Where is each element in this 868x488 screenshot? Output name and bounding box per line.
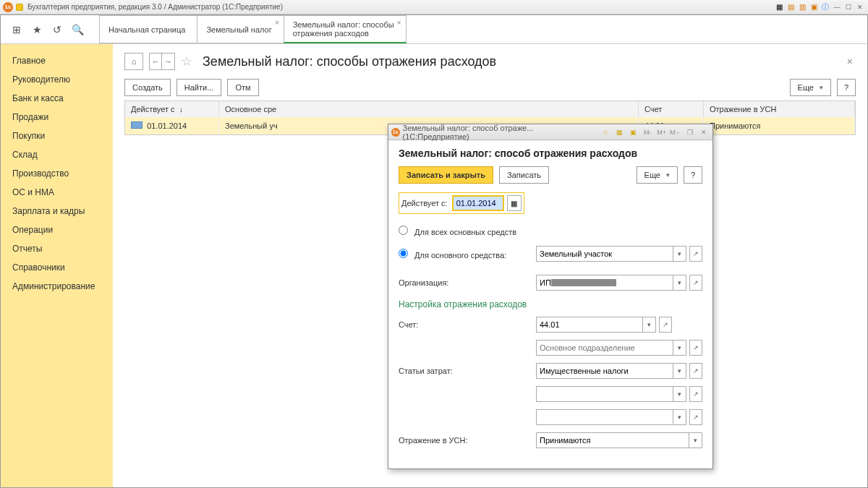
open-ref-icon[interactable]: ↗ — [659, 317, 672, 333]
save-button[interactable]: Записать — [499, 166, 549, 184]
open-ref-icon[interactable]: ↗ — [689, 386, 702, 402]
history-icon[interactable]: ↺ — [51, 24, 63, 35]
calendar-picker-icon[interactable]: ▦ — [507, 195, 522, 211]
calendar-icon[interactable]: ▥ — [797, 2, 807, 12]
sidebar-item[interactable]: Отчеты — [1, 239, 113, 258]
sidebar-item[interactable]: Главное — [1, 51, 113, 70]
dropdown-icon[interactable]: ▾ — [673, 409, 686, 425]
dropdown-icon[interactable]: ▾ — [673, 363, 686, 379]
dropdown-icon[interactable]: ▾ — [673, 275, 686, 291]
sidebar-item[interactable]: Покупки — [1, 127, 113, 145]
sidebar-item[interactable]: Склад — [1, 145, 113, 164]
more-button[interactable]: Еще — [790, 79, 831, 96]
favorite-icon[interactable]: ☆ — [181, 53, 192, 69]
cancel-find-button[interactable]: Отм — [227, 79, 258, 96]
edit-dialog: 1c Земельный налог: способ отраже... (1С… — [388, 124, 713, 469]
home-button[interactable]: ⌂ — [124, 53, 143, 70]
m-plus-icon[interactable]: M+ — [656, 127, 667, 137]
forward-button[interactable]: → — [162, 53, 175, 70]
cost-item-label: Статьи затрат: — [399, 367, 536, 375]
page-title: Земельный налог: способы отражения расхо… — [203, 54, 496, 69]
maximize-button[interactable]: ☐ — [843, 2, 854, 12]
dialog-more-button[interactable]: Еще — [637, 166, 678, 184]
sidebar-item[interactable]: Продажи — [1, 108, 113, 127]
calendar-icon[interactable]: ▣ — [628, 127, 639, 137]
help-button[interactable]: ? — [837, 79, 856, 96]
account-label: Счет: — [399, 320, 536, 329]
dialog-help-button[interactable]: ? — [684, 166, 702, 184]
panel-icon[interactable]: ▦ — [774, 2, 784, 12]
dropdown-icon[interactable]: ▾ — [673, 340, 686, 356]
sidebar-item[interactable]: Справочники — [1, 258, 113, 277]
close-page-button[interactable]: × — [844, 53, 856, 70]
star-icon[interactable]: ★ — [31, 24, 43, 35]
create-button[interactable]: Создать — [124, 79, 171, 96]
open-ref-icon[interactable]: ↗ — [689, 275, 702, 291]
window-titlebar: 1c Бухгалтерия предприятия, редакция 3.0… — [0, 0, 868, 14]
sidebar-item[interactable]: Администрирование — [1, 277, 113, 296]
sidebar-item[interactable]: Банк и касса — [1, 89, 113, 108]
close-icon[interactable]: × — [275, 19, 279, 27]
open-ref-icon[interactable]: ↗ — [689, 340, 702, 356]
app-logo-icon: 1c — [391, 128, 400, 137]
m-minus-icon[interactable]: M- — [642, 127, 653, 137]
sidebar-item[interactable]: Зарплата и кадры — [1, 202, 113, 221]
close-icon[interactable]: × — [397, 19, 401, 27]
dropdown-icon[interactable]: ▾ — [673, 386, 686, 402]
tab-start-page[interactable]: Начальная страница — [99, 15, 197, 43]
sort-down-icon: ↓ — [179, 105, 184, 114]
cost-item-input[interactable] — [536, 363, 673, 379]
sidebar-item[interactable]: ОС и НМА — [1, 183, 113, 202]
info-icon[interactable]: ⓘ — [820, 2, 830, 12]
extra-input-2[interactable] — [536, 409, 673, 425]
sidebar-item[interactable]: Операции — [1, 221, 113, 239]
asset-input[interactable] — [536, 246, 673, 262]
dropdown-icon[interactable]: ▾ — [673, 246, 686, 262]
card-icon — [131, 121, 142, 129]
col-usn[interactable]: Отражение в УСН — [704, 101, 855, 117]
radio-single-asset[interactable]: Для основного средства: — [399, 249, 536, 260]
save-and-close-button[interactable]: Записать и закрыть — [399, 166, 493, 184]
minimize-button[interactable]: — — [832, 2, 842, 12]
extra-input-1[interactable] — [536, 386, 673, 402]
department-input[interactable] — [536, 340, 673, 356]
menu-trigger-icon[interactable] — [16, 4, 23, 11]
dialog-close-button[interactable]: ✕ — [699, 127, 710, 137]
apps-icon[interactable]: ⊞ — [11, 24, 22, 35]
dialog-title: Земельный налог: способ отражения расход… — [399, 147, 702, 159]
col-date[interactable]: Действует с ↓ — [125, 101, 219, 117]
effective-from-label: Действует с: — [401, 199, 448, 207]
back-button[interactable]: ← — [149, 53, 162, 70]
effective-from-input[interactable] — [452, 195, 504, 211]
open-ref-icon[interactable]: ↗ — [689, 363, 702, 379]
org-label: Организация: — [399, 278, 536, 287]
redacted-name — [551, 279, 616, 286]
open-ref-icon[interactable]: ↗ — [689, 246, 702, 262]
open-ref-icon[interactable]: ↗ — [689, 409, 702, 425]
grid-icon[interactable]: ▤ — [786, 2, 796, 12]
sidebar-item[interactable]: Производство — [1, 164, 113, 183]
close-button[interactable]: ✕ — [855, 2, 865, 12]
search-icon[interactable]: 🔍 — [72, 24, 83, 35]
col-acct[interactable]: Счет — [639, 101, 704, 117]
usn-label: Отражение в УСН: — [399, 436, 536, 445]
m-back-icon[interactable]: M← — [670, 127, 681, 137]
find-button[interactable]: Найти... — [176, 79, 222, 96]
col-asset[interactable]: Основное сре — [219, 101, 639, 117]
nav-sidebar: Главное Руководителю Банк и касса Продаж… — [1, 44, 113, 487]
radio-all-assets[interactable]: Для всех основных средств — [399, 226, 529, 236]
dropdown-icon[interactable]: ▾ — [689, 432, 702, 448]
calculator-icon[interactable]: ▣ — [809, 2, 819, 12]
grid-icon[interactable]: ▦ — [614, 127, 625, 137]
fav-icon[interactable]: ☆ — [600, 127, 611, 137]
tab-land-tax-expenses[interactable]: Земельный налог: способыотражения расход… — [284, 15, 407, 43]
sidebar-item[interactable]: Руководителю — [1, 70, 113, 89]
usn-input[interactable] — [536, 432, 689, 448]
dialog-frame-button[interactable]: ❐ — [684, 127, 695, 137]
dropdown-icon[interactable]: ▾ — [643, 317, 656, 333]
account-input[interactable] — [536, 317, 643, 333]
top-toolbar: ⊞ ★ ↺ 🔍 Начальная страница Земельный нал… — [1, 15, 867, 44]
section-header: Настройка отражения расходов — [399, 299, 702, 309]
tab-land-tax[interactable]: Земельный налог× — [197, 15, 284, 43]
app-logo-icon: 1c — [3, 2, 13, 12]
